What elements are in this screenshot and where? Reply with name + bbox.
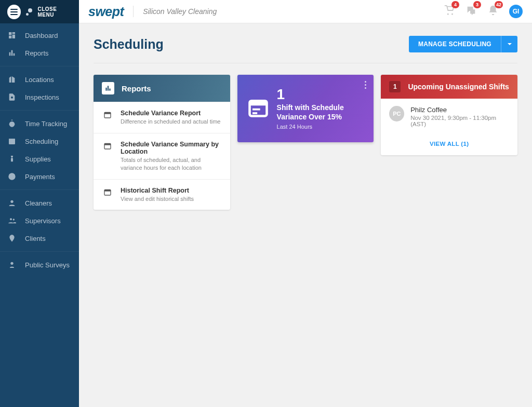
reports-card-header: Reports: [94, 75, 230, 102]
svg-rect-19: [108, 86, 109, 90]
unassigned-card-header: 1 Upcoming Unassigned Shifts: [381, 75, 517, 99]
dollar-icon: [7, 172, 17, 181]
nav-divider: [0, 66, 79, 66]
unassigned-title: Upcoming Unassigned Shifts: [408, 83, 509, 91]
svg-rect-20: [109, 89, 110, 91]
sidebar-item-label: Dashboard: [25, 32, 58, 39]
manage-scheduling-button[interactable]: MANAGE SCHEDULING: [409, 36, 501, 52]
sidebar-item-label: Scheduling: [25, 138, 58, 145]
manage-scheduling-dropdown[interactable]: [501, 36, 517, 52]
sidebar-item-locations[interactable]: Locations: [0, 71, 79, 88]
svg-point-16: [447, 13, 449, 15]
magnify-doc-icon: [7, 92, 17, 102]
page-header: Scheduling MANAGE SCHEDULING: [94, 36, 517, 63]
sidebar-item-payments[interactable]: Payments: [0, 168, 79, 185]
dashboard-icon: [7, 31, 17, 40]
logo-dots-icon: [26, 8, 33, 16]
shift-location: Philz Coffee: [410, 106, 509, 114]
nav-divider: [0, 189, 79, 190]
shift-time: Nov 30 2021, 9:30pm - 11:30pm (AST): [410, 115, 509, 127]
unassigned-shifts-card: 1 Upcoming Unassigned Shifts PC Philz Co…: [381, 75, 517, 155]
sidebar: CLOSE MENU Dashboard Reports Locations: [0, 0, 79, 407]
report-title: Schedule Variance Summary by Location: [121, 141, 222, 155]
top-header: swept Silicon Valley Cleaning 4 3 42 GI: [79, 0, 532, 23]
unassigned-shift-item[interactable]: PC Philz Coffee Nov 30 2021, 9:30pm - 11…: [381, 99, 517, 134]
close-menu-button[interactable]: CLOSE MENU: [0, 0, 79, 23]
nav-divider: [0, 110, 79, 111]
sidebar-item-dashboard[interactable]: Dashboard: [0, 26, 79, 44]
sidebar-item-cleaners[interactable]: Cleaners: [0, 194, 79, 212]
location-initials: PC: [389, 106, 404, 121]
svg-rect-1: [12, 32, 15, 34]
calendar-icon: [102, 141, 113, 172]
svg-rect-4: [9, 52, 11, 56]
sidebar-item-label: Clients: [25, 235, 46, 242]
sidebar-item-scheduling[interactable]: Scheduling: [0, 132, 79, 150]
sidebar-item-reports[interactable]: Reports: [0, 44, 79, 62]
nav-divider: [0, 251, 79, 252]
svg-point-11: [8, 173, 15, 180]
calendar-large-icon: [247, 96, 270, 121]
variance-card[interactable]: 1 Shift with Schedule Variance Over 15% …: [237, 75, 374, 142]
report-item-historical[interactable]: Historical Shift Report View and edit hi…: [94, 179, 230, 210]
building-icon: [7, 75, 17, 84]
svg-point-13: [10, 218, 12, 220]
page-title: Scheduling: [94, 37, 164, 52]
cart-badge: 4: [451, 1, 459, 8]
app-logo[interactable]: swept: [88, 4, 133, 19]
sidebar-item-label: Locations: [25, 76, 54, 84]
reports-card: Reports Schedule Variance Report Differe…: [94, 75, 230, 210]
sidebar-item-label: Supervisors: [25, 217, 61, 225]
person-icon: [7, 198, 17, 208]
sidebar-item-label: Public Surveys: [25, 261, 70, 269]
bar-chart-icon: [102, 82, 114, 94]
caret-down-icon: [507, 42, 512, 47]
variance-title: Shift with Schedule Variance Over 15%: [277, 103, 366, 121]
svg-rect-26: [104, 189, 111, 191]
manage-scheduling-group: MANAGE SCHEDULING: [409, 36, 517, 52]
svg-rect-22: [104, 112, 111, 114]
svg-rect-3: [9, 36, 11, 38]
variance-card-menu[interactable]: [363, 79, 368, 91]
view-all-link[interactable]: VIEW ALL (1): [381, 134, 517, 155]
calendar-icon: [7, 137, 17, 146]
user-avatar[interactable]: GI: [509, 5, 523, 18]
people-icon: [7, 216, 17, 225]
hamburger-icon: [7, 5, 21, 19]
svg-rect-18: [105, 88, 107, 91]
sidebar-item-public-surveys[interactable]: Public Surveys: [0, 256, 79, 274]
sidebar-item-supervisors[interactable]: Supervisors: [0, 212, 79, 229]
close-menu-label: CLOSE MENU: [37, 6, 72, 18]
sidebar-item-inspections[interactable]: Inspections: [0, 88, 79, 106]
svg-rect-30: [252, 112, 257, 114]
svg-rect-24: [104, 143, 111, 145]
svg-rect-5: [11, 50, 13, 56]
sidebar-item-supplies[interactable]: Supplies: [0, 150, 79, 168]
svg-rect-10: [9, 139, 15, 140]
sidebar-item-time-tracking[interactable]: Time Tracking: [0, 115, 79, 132]
calendar-icon: [102, 187, 113, 203]
variance-count: 1: [277, 87, 366, 102]
org-name: Silicon Valley Cleaning: [134, 7, 217, 16]
svg-rect-29: [252, 108, 260, 111]
reports-card-title: Reports: [122, 84, 151, 93]
sidebar-item-label: Payments: [25, 173, 55, 181]
report-item-variance-summary[interactable]: Schedule Variance Summary by Location To…: [94, 133, 230, 179]
cart-button[interactable]: 4: [444, 5, 455, 18]
report-title: Historical Shift Report: [121, 187, 222, 194]
alerts-button[interactable]: 42: [487, 5, 499, 18]
messages-badge: 3: [473, 1, 481, 8]
svg-rect-28: [249, 101, 267, 105]
unassigned-count: 1: [389, 81, 401, 92]
report-sub: Difference in scheduled and actual time: [121, 118, 222, 126]
report-item-variance[interactable]: Schedule Variance Report Difference in s…: [94, 102, 230, 133]
svg-point-12: [10, 200, 13, 203]
svg-rect-8: [11, 120, 13, 120]
sidebar-item-clients[interactable]: Clients: [0, 229, 79, 247]
svg-rect-2: [12, 35, 15, 38]
spray-bottle-icon: [7, 154, 17, 164]
report-sub: View and edit historical shifts: [121, 195, 222, 203]
alerts-badge: 42: [495, 1, 503, 8]
survey-icon: [7, 260, 17, 269]
messages-button[interactable]: 3: [466, 5, 477, 18]
